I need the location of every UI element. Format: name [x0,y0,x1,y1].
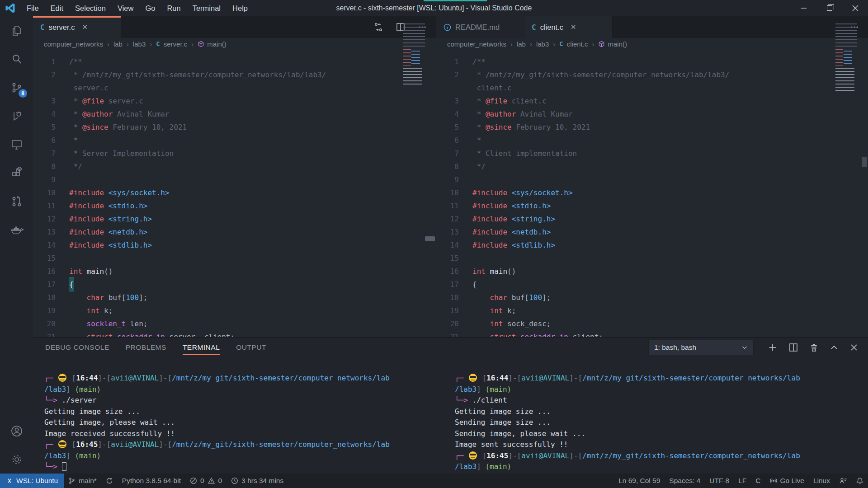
code-line[interactable]: 12#include <string.h> [33,212,436,225]
code-editor-server[interactable]: 1/**2 * /mnt/z/my_git/sixth-semester/com… [33,50,436,337]
terminal-line[interactable]: ┌─ [16:44]-[avii@AVINAL]-[/mnt/z/my_git/… [44,373,436,384]
feedback-item[interactable] [835,474,852,488]
code-line[interactable]: 5 * @since February 10, 2021 [436,121,868,134]
maximize-panel-icon[interactable] [830,343,838,352]
code-line[interactable]: 21 struct sockaddr_in client; [436,330,868,337]
terminal-line[interactable]: ┌─ [16:44]-[avii@AVINAL]-[/mnt/z/my_git/… [455,373,868,384]
remote-indicator[interactable]: WSL: Ubuntu [0,474,64,488]
code-line[interactable]: 5 * @since February 10, 2021 [33,121,436,134]
terminal-line[interactable]: Getting image size ... [455,406,868,418]
indentation-item[interactable]: Spaces: 4 [665,474,705,488]
code-line[interactable]: 15 [33,252,436,265]
minimap[interactable] [835,23,862,95]
close-button[interactable] [842,0,868,16]
go-live-item[interactable]: Go Live [765,474,809,488]
minimap[interactable] [403,23,429,89]
code-line[interactable]: client.c [436,81,868,94]
code-line[interactable]: 20 int sock_desc; [436,317,868,330]
code-line[interactable]: 14#include <stdlib.h> [33,239,436,252]
tab-client-c[interactable]: C client.c ✕ [524,16,613,38]
run-debug-icon[interactable] [0,102,33,130]
panel-tab-output[interactable]: OUTPUT [236,338,266,357]
code-line[interactable]: 17{ [33,278,436,291]
terminal-line[interactable]: Sending image, please wait ... [455,428,868,440]
code-line[interactable]: 11#include <stdio.h> [436,199,868,212]
terminal-line[interactable]: └─> [44,461,436,473]
code-line[interactable]: 13#include <netdb.h> [436,225,868,239]
remote-explorer-icon[interactable] [0,130,33,159]
notifications-item[interactable] [852,474,868,488]
code-line[interactable]: 2 * /mnt/z/my_git/sixth-semester/compute… [436,68,868,81]
encoding-item[interactable]: UTF-8 [705,474,734,488]
menu-file[interactable]: File [21,0,45,16]
tab-server-c[interactable]: C server.c ✕ [33,16,121,38]
terminal-line[interactable]: /lab3] (main) [44,384,436,395]
breadcrumb-folder[interactable]: lab [113,40,123,48]
scrollbar-thumb[interactable] [862,157,867,167]
code-line[interactable]: 17{ [436,278,868,291]
breadcrumb-symbol[interactable]: main() [198,40,226,48]
code-line[interactable]: 1/** [436,55,868,68]
menu-selection[interactable]: Selection [69,0,112,16]
terminal-server[interactable]: ┌─ [16:44]-[avii@AVINAL]-[/mnt/z/my_git/… [33,357,436,474]
terminal-line[interactable]: Sending image size ... [455,417,868,428]
pull-requests-icon[interactable] [0,187,33,216]
source-control-icon[interactable]: 8 [0,73,33,102]
breadcrumb-file[interactable]: Cclient.c [559,40,588,48]
code-line[interactable]: 10#include <sys/socket.h> [33,186,436,199]
code-line[interactable]: server.c [33,81,436,94]
code-line[interactable]: 19 int k; [436,304,868,317]
time-tracker-item[interactable]: 3 hrs 34 mins [226,474,288,488]
terminal-dropdown[interactable]: 1: bash, bash [648,340,754,355]
new-terminal-icon[interactable] [768,343,777,352]
code-line[interactable]: 11#include <stdio.h> [33,199,436,212]
language-mode-item[interactable]: C [751,474,765,488]
split-terminal-icon[interactable] [789,343,798,352]
menu-help[interactable]: Help [226,0,254,16]
code-line[interactable]: 14#include <stdlib.h> [436,239,868,252]
terminal-line[interactable]: ┌─ [16:45]-[avii@AVINAL]-[/mnt/z/my_git/… [44,439,436,450]
terminal-client[interactable]: ┌─ [16:44]-[avii@AVINAL]-[/mnt/z/my_git/… [436,357,868,474]
code-line[interactable]: 8 */ [436,160,868,173]
terminal-line[interactable]: └─> ./client [455,395,868,406]
panel-tab-problems[interactable]: PROBLEMS [126,338,166,357]
panel-tab-terminal[interactable]: TERMINAL [183,338,220,357]
breadcrumb-file[interactable]: Cserver.c [156,40,187,48]
code-line[interactable]: 10#include <sys/socket.h> [436,186,868,199]
account-icon[interactable] [0,417,33,445]
code-line[interactable]: 7 * Client implementation [436,147,868,160]
cursor-position-item[interactable]: Ln 69, Col 59 [614,474,665,488]
tab-close-icon[interactable]: ✕ [82,23,88,31]
panel-tab-debug-console[interactable]: DEBUG CONSOLE [45,338,109,357]
eol-item[interactable]: LF [734,474,751,488]
breadcrumb-folder[interactable]: lab3 [536,40,549,48]
settings-gear-icon[interactable] [0,445,33,474]
code-line[interactable]: 7 * Server Implementation [33,147,436,160]
breadcrumb-symbol[interactable]: main() [598,40,627,48]
tab-readme-md[interactable]: README.md [436,16,524,38]
minimize-button[interactable] [791,0,816,16]
open-changes-icon[interactable] [373,22,383,32]
code-line[interactable]: 3 * @file client.c [436,94,868,108]
problems-item[interactable]: 0 0 [185,474,226,488]
code-line[interactable]: 9 [436,173,868,186]
python-interpreter-item[interactable]: Python 3.8.5 64-bit [118,474,185,488]
extensions-icon[interactable] [0,159,33,187]
code-line[interactable]: 4 * @author Avinal Kumar [436,108,868,121]
git-branch-item[interactable]: main* [64,474,101,488]
code-line[interactable]: 3 * @file server.c [33,94,436,108]
code-line[interactable]: 1/** [33,55,436,68]
code-line[interactable]: 18 char buf[100]; [436,291,868,304]
code-line[interactable]: 4 * @author Avinal Kumar [33,108,436,121]
code-line[interactable]: 16int main() [33,265,436,278]
code-line[interactable]: 15 [436,252,868,265]
terminal-line[interactable]: └─> ./server [44,395,436,406]
search-icon[interactable] [0,45,33,73]
sync-item[interactable] [101,474,118,488]
scrollbar-thumb[interactable] [425,236,435,241]
code-line[interactable]: 13#include <netdb.h> [33,225,436,239]
code-line[interactable]: 6 * [33,134,436,147]
breadcrumb-folder[interactable]: lab3 [133,40,146,48]
code-line[interactable]: 19 int k; [33,304,436,317]
menu-terminal[interactable]: Terminal [187,0,226,16]
